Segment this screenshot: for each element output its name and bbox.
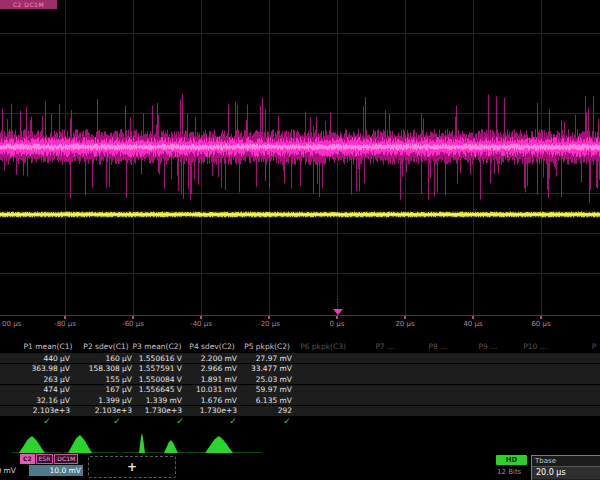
measurement-header-2[interactable]: P2 sdev(C1) [83, 342, 128, 351]
measurement-status-check: ✓ [43, 416, 51, 426]
measurement-sdev-value: 32.16 µV [36, 396, 70, 405]
measurement-header-10: P10 ... [523, 342, 547, 351]
hd-bits-label: 12 Bits [497, 468, 521, 476]
measurement-status-check: ✓ [229, 416, 237, 426]
c2-trace-chip: C2 DC1M [0, 0, 57, 9]
axis-tick-label: -60 µs [122, 320, 144, 328]
measurement-header-5[interactable]: P5 pkpk(C2) [244, 342, 290, 351]
measurement-mean-value: 33.477 mV [251, 364, 292, 373]
histicon-p3[interactable] [139, 433, 145, 453]
measurement-status-check: ✓ [283, 416, 291, 426]
axis-tick [268, 316, 270, 319]
measurement-header-9: P9 ... [479, 342, 498, 351]
table-row-stripe [0, 374, 600, 384]
c2-mode-chip: ESR [36, 454, 54, 464]
table-row-stripe [0, 385, 600, 395]
table-row-stripe [0, 406, 600, 416]
measurement-header-6: P6 pkpk(C3) [300, 342, 346, 351]
measurement-header-3[interactable]: P3 mean(C2) [133, 342, 182, 351]
measurement-min-value: 25.03 mV [256, 375, 292, 384]
axis-tick [200, 316, 202, 319]
axis-tick-label: 0 µs [330, 320, 345, 328]
measurement-mean-value: 1.557591 V [139, 364, 182, 373]
measurement-header-7: P7 ... [376, 342, 395, 351]
tbase-label: Tbase [532, 456, 600, 466]
measurement-sdev-value: 1.676 mV [201, 396, 237, 405]
axis-tick [336, 316, 338, 319]
measurement-status-check: ✓ [113, 416, 121, 426]
measurement-max-value: 167 µV [105, 385, 132, 394]
measurement-status-check: ✓ [176, 416, 184, 426]
c1-descriptor[interactable]: C1 DC1M 10.0 mV [0, 454, 18, 479]
measurement-max-value: 1.556645 V [139, 385, 182, 394]
axis-tick [132, 316, 134, 319]
measurement-num-value: 2.103e+3 [95, 406, 132, 415]
measurement-value-value: 27.97 mV [256, 354, 292, 363]
axis-tick [472, 316, 474, 319]
measurement-mean-value: 2.966 mV [201, 364, 237, 373]
axis-tick-label: -40 µs [190, 320, 212, 328]
timebase-descriptor[interactable]: Tbase 20.0 µs [531, 455, 600, 480]
c2-channel-chip: C2 [20, 454, 35, 464]
measurement-min-value: 155 µV [105, 375, 132, 384]
measurement-num-value: 1.730e+3 [145, 406, 182, 415]
measurement-header-8: P8 ... [429, 342, 448, 351]
descriptor-bar: C1 DC1M 10.0 mV C2 ESR DC1M 10.0 mV + HD… [0, 453, 600, 480]
axis-tick-label: -80 µs [54, 320, 76, 328]
time-axis-line [0, 315, 600, 316]
measurement-max-value: 474 µV [43, 385, 70, 394]
c1-scale-value: 10.0 mV [0, 465, 18, 476]
histicon-p5[interactable] [205, 436, 233, 453]
measurement-value-value: 2.200 mV [201, 354, 237, 363]
add-trace-button[interactable]: + [88, 456, 176, 478]
measurement-mean-value: 158.308 µV [89, 364, 132, 373]
waveform-traces [0, 0, 600, 338]
histicon-p2[interactable] [68, 435, 92, 453]
measurement-min-value: 1.550084 V [139, 375, 182, 384]
hd-mode-badge[interactable]: HD [496, 455, 527, 465]
axis-tick [404, 316, 406, 319]
measurement-num-value: 292 [278, 406, 292, 415]
measurement-sdev-value: 1.399 µV [98, 396, 132, 405]
measurement-sdev-value: 6.135 mV [256, 396, 292, 405]
axis-tick-label: 00 µs [2, 320, 21, 328]
table-row-stripe [0, 395, 600, 405]
c2-coupling-chip: DC1M [54, 454, 78, 464]
measurement-value-value: 1.550616 V [139, 354, 182, 363]
measurement-header-11: P [592, 342, 597, 351]
measurement-mean-value: 363.98 µV [31, 364, 70, 373]
histicon-p1[interactable] [19, 436, 45, 453]
axis-tick-label: 60 µs [531, 320, 550, 328]
measurement-max-value: 59.97 mV [256, 385, 292, 394]
measurement-min-value: 1.891 mV [201, 375, 237, 384]
axis-tick [64, 316, 66, 319]
measurement-num-value: 1.730e+3 [200, 406, 237, 415]
tbase-value: 20.0 µs [532, 466, 600, 479]
measurement-min-value: 263 µV [43, 375, 70, 384]
measurement-max-value: 10.031 mV [196, 385, 237, 394]
measurement-sdev-value: 1.339 mV [146, 396, 182, 405]
measurement-value-value: 160 µV [105, 354, 132, 363]
axis-tick-label: 40 µs [463, 320, 482, 328]
measurement-header-4[interactable]: P4 sdev(C2) [189, 342, 234, 351]
c2-descriptor[interactable]: C2 ESR DC1M 10.0 mV [20, 454, 83, 479]
oscilloscope-screen: C2 DC1M 00 µs-80 µs-60 µs-40 µs-20 µs0 µ… [0, 0, 600, 480]
measurement-value-value: 440 µV [43, 354, 70, 363]
axis-tick-label: 20 µs [395, 320, 414, 328]
c2-scale-value: 10.0 mV [29, 465, 83, 476]
axis-tick-label: -20 µs [258, 320, 280, 328]
measurement-num-value: 2.103e+3 [33, 406, 70, 415]
measurement-header-1[interactable]: P1 mean(C1) [24, 342, 73, 351]
axis-tick [540, 316, 542, 319]
histicon-p4[interactable] [164, 440, 178, 453]
table-row-stripe [0, 353, 600, 363]
